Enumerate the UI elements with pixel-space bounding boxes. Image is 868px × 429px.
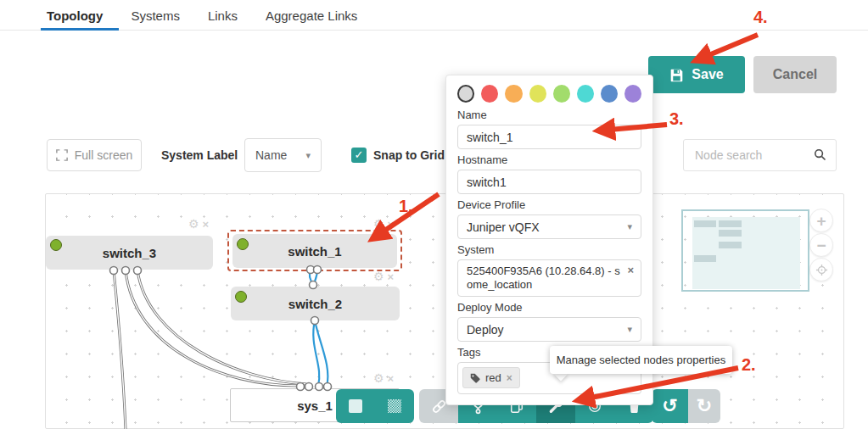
gear-icon[interactable]: ⚙: [373, 371, 384, 385]
cancel-button[interactable]: Cancel: [753, 56, 837, 93]
remove-icon[interactable]: ×: [388, 372, 395, 385]
tooltip: Manage selected nodes properties: [550, 346, 732, 374]
remove-icon[interactable]: ×: [388, 270, 395, 283]
color-swatches: [457, 85, 641, 103]
device-profile-select[interactable]: Juniper vQFX ▾: [457, 214, 641, 239]
node-quick-actions-sys-1[interactable]: ⚙×: [373, 371, 394, 385]
tab-bar: Topology Systems Links Aggregate Links: [0, 0, 868, 31]
hostname-field-label: Hostname: [457, 153, 641, 166]
node-search: [683, 139, 837, 171]
display-mode-toolbar: [336, 389, 414, 423]
port-circle[interactable]: [110, 266, 332, 391]
system-value: 525400F935A6 (10.28.64.8) - some_locatio…: [467, 265, 620, 291]
step-number-4: 4.: [753, 8, 768, 27]
node-label: sys_1: [297, 398, 333, 413]
topology-editor-page: Topology Systems Links Aggregate Links S…: [0, 0, 868, 429]
tab-links[interactable]: Links: [208, 8, 238, 23]
node-label: switch_1: [288, 244, 341, 259]
name-field-label: Name: [457, 109, 641, 121]
clear-system-icon[interactable]: ×: [627, 264, 634, 277]
save-button[interactable]: Save: [648, 56, 745, 93]
color-swatch-gray[interactable]: [457, 85, 474, 103]
minimap-node-bar: [719, 230, 742, 237]
solid-view-button[interactable]: [336, 389, 375, 423]
name-field[interactable]: [457, 125, 641, 149]
node-label: switch_2: [288, 297, 342, 311]
snap-to-grid-label: Snap to Grid: [373, 142, 445, 169]
node-quick-actions-switch-3[interactable]: ⚙×: [188, 217, 209, 231]
chevron-down-icon: ▾: [627, 221, 632, 232]
step-number-2: 2.: [742, 355, 756, 375]
chevron-down-icon: ▾: [627, 324, 632, 335]
gear-icon[interactable]: ⚙: [373, 270, 384, 283]
color-swatch-yellow[interactable]: [529, 85, 546, 103]
status-dot-switch-3: [50, 239, 62, 251]
gear-icon[interactable]: ⚙: [373, 217, 384, 231]
device-profile-label: Device Profile: [457, 198, 641, 211]
color-swatch-green[interactable]: [553, 85, 570, 103]
minimap-content: [692, 217, 800, 289]
tag-chip-label: red: [485, 371, 501, 384]
full-screen-button[interactable]: Full screen: [47, 139, 142, 171]
fullscreen-icon: [56, 149, 68, 161]
full-screen-label: Full screen: [75, 148, 132, 162]
zoom-out-button[interactable]: −: [809, 233, 833, 257]
step-number-3: 3.: [669, 109, 684, 129]
node-quick-actions-switch-1[interactable]: ⚙×: [373, 217, 394, 231]
save-floppy-icon: [669, 68, 684, 82]
node-switch-1[interactable]: switch_1: [232, 234, 397, 268]
minimap-node-bar: [719, 242, 742, 248]
tag-chip-red[interactable]: red ×: [462, 367, 520, 388]
minimap-node-bar: [719, 220, 742, 227]
hostname-field[interactable]: [457, 170, 641, 194]
tab-systems[interactable]: Systems: [131, 8, 180, 23]
zoom-fit-button[interactable]: [809, 258, 833, 281]
system-label-select[interactable]: Name ▾: [244, 138, 322, 172]
color-swatch-cyan[interactable]: [577, 85, 594, 103]
undo-icon: ↺: [662, 397, 677, 415]
tag-icon: [470, 373, 480, 383]
color-swatch-red[interactable]: [481, 85, 498, 103]
system-select[interactable]: 525400F935A6 (10.28.64.8) - some_locatio…: [457, 259, 641, 297]
chevron-down-icon: ▾: [305, 150, 311, 161]
deploy-mode-value: Deploy: [467, 323, 504, 337]
device-profile-value: Juniper vQFX: [467, 220, 540, 234]
minimap-node-bar: [694, 255, 716, 262]
status-dot-switch-2: [235, 291, 247, 303]
minimap-node-bar: [694, 220, 716, 227]
snap-to-grid-checkbox[interactable]: ✓: [351, 148, 367, 163]
node-switch-3[interactable]: switch_3: [46, 236, 213, 270]
deploy-mode-label: Deploy Mode: [457, 301, 641, 314]
crosshair-icon: [815, 264, 828, 276]
color-swatch-purple[interactable]: [624, 85, 641, 103]
active-tab-underline: [41, 28, 119, 31]
chain-link-icon: [431, 398, 447, 415]
color-swatch-orange[interactable]: [505, 85, 522, 103]
minimap-viewport[interactable]: [681, 209, 809, 292]
deploy-mode-select[interactable]: Deploy ▾: [457, 317, 641, 342]
pattern-view-button[interactable]: [375, 389, 414, 423]
remove-tag-icon[interactable]: ×: [507, 372, 512, 384]
system-label-caption: System Label: [161, 139, 238, 171]
color-swatch-blue[interactable]: [601, 85, 618, 103]
topology-canvas[interactable]: + − switch_3 switch_1 switch_2 sys_1 ⚙× …: [45, 193, 844, 429]
zoom-in-button[interactable]: +: [809, 209, 833, 232]
undo-button[interactable]: ↺: [652, 389, 688, 423]
search-icon: [814, 148, 826, 164]
remove-icon[interactable]: ×: [203, 218, 210, 231]
node-label: switch_3: [103, 246, 156, 260]
system-field-label: System: [457, 243, 641, 256]
remove-icon[interactable]: ×: [388, 218, 395, 231]
tab-topology[interactable]: Topology: [47, 8, 103, 23]
node-quick-actions-switch-2[interactable]: ⚙×: [373, 270, 394, 283]
node-switch-2[interactable]: switch_2: [231, 287, 400, 320]
redo-button[interactable]: ↻: [688, 389, 720, 423]
dither-square-icon: [388, 399, 401, 413]
history-toolbar: ↺ ↻: [652, 389, 720, 423]
gear-icon[interactable]: ⚙: [188, 217, 199, 231]
system-label-select-value: Name: [255, 148, 287, 162]
step-number-1: 1.: [399, 197, 413, 216]
tab-aggregate-links[interactable]: Aggregate Links: [266, 8, 357, 23]
status-dot-switch-1: [237, 238, 249, 250]
redo-icon: ↻: [697, 397, 712, 415]
